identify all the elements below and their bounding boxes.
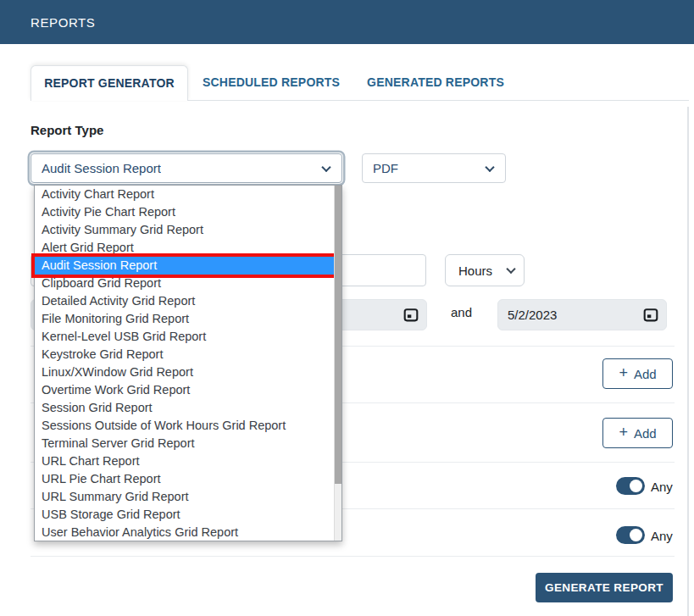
add-button-2[interactable]: + Add bbox=[602, 418, 673, 448]
interval-unit-value: Hours bbox=[446, 264, 492, 278]
any-toggle-label: Any bbox=[651, 529, 673, 543]
page-title: REPORTS bbox=[31, 15, 95, 30]
calendar-icon bbox=[403, 308, 419, 323]
end-date-input[interactable]: 5/2/2023 bbox=[497, 299, 667, 330]
end-date-value: 5/2/2023 bbox=[498, 308, 557, 322]
generate-report-button[interactable]: GENERATE REPORT bbox=[536, 573, 673, 602]
dropdown-option[interactable]: Sessions Outside of Work Hours Grid Repo… bbox=[35, 417, 334, 435]
any-toggle-1[interactable] bbox=[616, 477, 645, 495]
dropdown-option[interactable]: Kernel-Level USB Grid Report bbox=[35, 328, 334, 346]
calendar-icon bbox=[643, 308, 658, 323]
interval-unit-select[interactable]: Hours bbox=[445, 254, 525, 286]
dropdown-option[interactable]: Activity Summary Grid Report bbox=[35, 221, 334, 239]
dropdown-option[interactable]: User Behavior Analytics Grid Report bbox=[35, 524, 334, 541]
dropdown-option[interactable]: File Monitoring Grid Report bbox=[35, 310, 334, 328]
dropdown-scrollbar[interactable] bbox=[334, 186, 341, 541]
tab-generated-reports[interactable]: GENERATED REPORTS bbox=[354, 65, 517, 100]
add-button-label: Add bbox=[634, 367, 657, 381]
dropdown-option[interactable]: Alert Grid Report bbox=[35, 239, 334, 257]
dropdown-option[interactable]: Session Grid Report bbox=[35, 399, 334, 417]
dropdown-option[interactable]: Audit Session Report bbox=[35, 257, 334, 275]
report-type-selected-value: Audit Session Report bbox=[31, 161, 161, 175]
tab-report-generator[interactable]: REPORT GENERATOR bbox=[31, 65, 188, 101]
report-format-select[interactable]: PDF bbox=[362, 153, 506, 183]
plus-icon: + bbox=[619, 365, 628, 380]
tab-scheduled-reports[interactable]: SCHEDULED REPORTS bbox=[190, 65, 353, 100]
content-right-border bbox=[687, 107, 689, 616]
plus-icon: + bbox=[619, 425, 628, 440]
calendar-icon[interactable] bbox=[403, 307, 419, 323]
calendar-icon[interactable] bbox=[642, 307, 658, 323]
add-button-label: Add bbox=[634, 426, 657, 441]
reports-screen: REPORTS REPORT GENERATORSCHEDULED REPORT… bbox=[0, 0, 694, 616]
dropdown-option[interactable]: USB Storage Grid Report bbox=[35, 506, 334, 524]
report-type-dropdown: Activity Chart ReportActivity Pie Chart … bbox=[34, 185, 342, 541]
dropdown-option[interactable]: Detailed Activity Grid Report bbox=[35, 292, 334, 310]
chevron-down-icon bbox=[485, 162, 494, 171]
report-format-selected-value: PDF bbox=[363, 161, 398, 175]
any-toggle-label: Any bbox=[651, 480, 673, 494]
dropdown-option[interactable]: Linux/XWindow Grid Report bbox=[35, 363, 334, 381]
chevron-down-icon bbox=[321, 162, 330, 171]
report-type-label: Report Type bbox=[31, 123, 103, 137]
dropdown-option[interactable]: Terminal Server Grid Report bbox=[35, 435, 334, 452]
chevron-down-icon bbox=[506, 264, 515, 274]
dropdown-option[interactable]: URL Summary Grid Report bbox=[35, 488, 334, 506]
dropdown-option[interactable]: Activity Pie Chart Report bbox=[35, 203, 334, 221]
toggle-knob bbox=[630, 529, 642, 541]
date-range-conjunction: and bbox=[451, 305, 472, 319]
dropdown-option[interactable]: Activity Chart Report bbox=[35, 186, 334, 203]
report-type-select[interactable]: Audit Session Report bbox=[31, 153, 342, 183]
dropdown-option[interactable]: URL Chart Report bbox=[35, 452, 334, 470]
dropdown-option[interactable]: URL Pie Chart Report bbox=[35, 470, 334, 488]
scrollbar-thumb[interactable] bbox=[335, 186, 341, 484]
add-button-1[interactable]: + Add bbox=[602, 358, 673, 389]
dropdown-option[interactable]: Overtime Work Grid Report bbox=[35, 381, 334, 399]
app-header: REPORTS bbox=[0, 0, 694, 44]
tab-bar: REPORT GENERATORSCHEDULED REPORTSGENERAT… bbox=[31, 65, 517, 101]
any-toggle-2[interactable] bbox=[616, 526, 645, 544]
divider bbox=[31, 556, 675, 557]
toggle-knob bbox=[630, 480, 642, 492]
dropdown-option[interactable]: Clipboard Grid Report bbox=[35, 275, 334, 292]
dropdown-option[interactable]: Keystroke Grid Report bbox=[35, 346, 334, 363]
